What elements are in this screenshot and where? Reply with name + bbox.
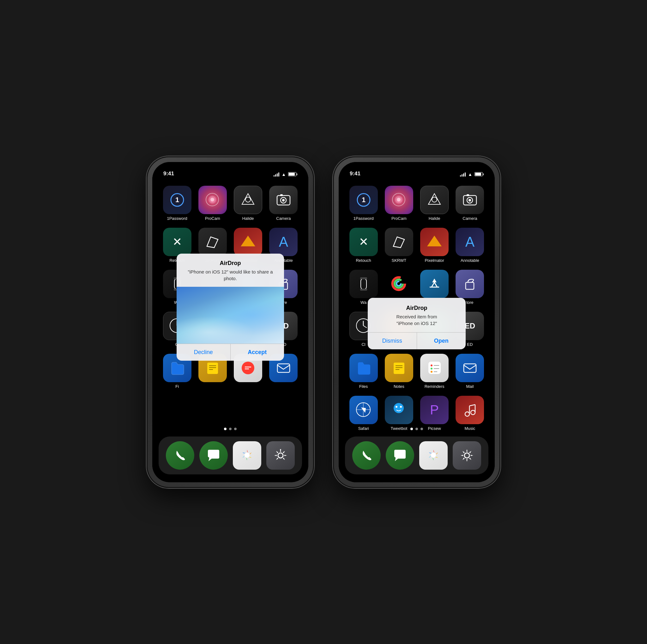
app-icon-pixelmator-2[interactable] [420,228,449,256]
app-icon-procam[interactable] [198,186,227,214]
phone-frame-2: 9:41 ▲ [333,156,500,488]
list-item[interactable]: SKRWT [383,228,414,263]
svg-point-4 [210,198,214,202]
svg-line-87 [470,405,475,406]
svg-marker-12 [241,236,255,246]
status-icons-2: ▲ [460,172,484,177]
app-icon-skrwt-2[interactable] [385,228,413,256]
svg-marker-42 [428,193,440,205]
svg-marker-11 [207,237,218,248]
list-item[interactable]: Halide [233,186,264,221]
svg-rect-50 [361,278,366,289]
app-icon-reminders-2[interactable] [420,354,449,382]
app-label-pixelmator-2: Pixelmator [425,258,444,263]
app-icon-notes-2[interactable] [385,354,413,382]
svg-line-59 [363,326,367,328]
app-icon-1password-2[interactable]: 1 [349,186,378,214]
list-item[interactable]: Tweetbot [383,396,414,431]
signal-icon-1 [274,172,279,176]
app-icon-picsew-2[interactable]: P [420,396,449,424]
app-label-procam-2: ProCam [391,216,407,221]
svg-point-41 [397,198,401,202]
list-item[interactable]: ✕ Retouch [348,228,379,263]
dock-icon-phone-2[interactable] [352,441,381,470]
decline-button[interactable]: Decline [176,344,231,361]
app-icon-camera-2[interactable] [455,186,484,214]
svg-point-31 [242,361,254,374]
list-item[interactable]: P Picsew [419,396,450,431]
list-item[interactable]: Halide [419,186,450,221]
svg-marker-5 [242,193,254,205]
dock-icon-photos[interactable] [233,441,261,470]
phone-screen-2: 9:41 ▲ [339,162,495,482]
list-item[interactable]: Pixelmator [419,228,450,263]
app-icon-appstore-2[interactable] [420,270,449,298]
app-icon-tweetbot-2[interactable] [385,396,413,424]
app-icon-camera[interactable] [269,186,298,214]
app-icon-procam-2[interactable] [385,186,413,214]
app-label-halide-2: Halide [429,216,440,221]
dock-icon-settings[interactable] [266,441,295,470]
phone-2: 9:41 ▲ [333,156,500,488]
list-item[interactable]: Reminders [419,354,450,389]
dock-icon-phone[interactable] [166,441,194,470]
open-button[interactable]: Open [417,333,466,349]
app-icon-skrwt[interactable] [198,228,227,256]
phone-1: 9:41 ▲ [147,156,314,488]
svg-point-83 [465,412,470,416]
dock-icon-photos-2[interactable] [419,441,448,470]
app-icon-retouch-2[interactable]: ✕ [349,228,378,256]
app-icon-annotable-2[interactable]: A [455,228,484,256]
list-item[interactable]: Files [348,354,379,389]
list-item[interactable]: 1 1Password [162,186,193,221]
list-item[interactable]: Notes [383,354,414,389]
app-icon-files-2[interactable] [349,354,378,382]
list-item[interactable]: ProCam [383,186,414,221]
notch-1 [205,162,256,174]
dialog-title-1: AirDrop [184,260,276,266]
svg-point-6 [245,197,250,202]
status-icons-1: ▲ [274,172,297,177]
svg-marker-48 [393,237,405,248]
app-icon-pixelmator[interactable] [234,228,262,256]
svg-point-9 [282,199,285,202]
svg-rect-64 [393,363,405,374]
list-item[interactable]: ProCam [197,186,228,221]
app-label-camera: Camera [276,216,291,221]
svg-point-70 [431,368,432,370]
app-icon-watch-2[interactable] [349,270,378,298]
svg-rect-56 [466,283,474,289]
app-icon-halide-2[interactable] [420,186,449,214]
screen-content-1: 9:41 ▲ [152,162,308,482]
list-item[interactable]: Mail [454,354,485,389]
svg-point-82 [400,406,402,408]
signal-icon-2 [460,172,466,176]
app-icon-annotable[interactable]: A [269,228,298,256]
list-item[interactable]: 1 1Password [348,186,379,221]
list-item[interactable]: Safari [348,396,379,431]
app-label-retouch-2: Retouch [356,258,371,263]
dock-icon-settings-2[interactable] [453,441,481,470]
app-label-watch-2: Wa [360,300,366,305]
list-item[interactable]: Camera [268,186,299,221]
dialog-message-1: "iPhone on iOS 12" would like to share a… [184,268,276,282]
battery-icon-1 [288,172,297,176]
app-icon-store-2[interactable] [455,270,484,298]
app-icon-safari-2[interactable] [349,396,378,424]
dock-icon-messages-2[interactable] [386,441,414,470]
svg-point-81 [396,406,398,408]
list-item[interactable]: A Annotable [454,228,485,263]
dismiss-button[interactable]: Dismiss [368,333,417,349]
list-item[interactable]: Camera [454,186,485,221]
svg-point-36 [278,453,283,458]
app-icon-1password[interactable]: 1 [163,186,192,214]
dock-icon-messages[interactable] [199,441,228,470]
app-icon-mail-2[interactable] [455,354,484,382]
list-item[interactable]: Music [454,396,485,431]
accept-button[interactable]: Accept [231,344,284,361]
app-icon-halide[interactable] [234,186,262,214]
app-label-reminders-2: Reminders [425,384,444,389]
app-icon-music-2[interactable] [455,396,484,424]
app-icon-retouch[interactable]: ✕ [163,228,192,256]
app-icon-activity-2[interactable] [385,270,413,298]
